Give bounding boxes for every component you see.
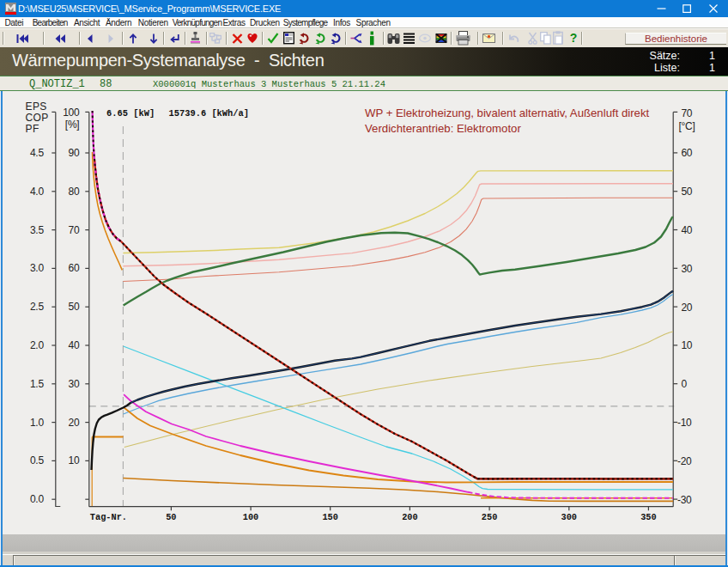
- svg-text:-10: -10: [677, 417, 692, 429]
- svg-text:10: 10: [682, 339, 693, 351]
- svg-text:COP: COP: [26, 112, 49, 124]
- svg-text:EPS: EPS: [26, 101, 47, 113]
- svg-text:1.0: 1.0: [30, 417, 44, 429]
- svg-text:70: 70: [682, 107, 693, 119]
- svg-text:50: 50: [682, 186, 693, 198]
- svg-text:80: 80: [69, 186, 80, 198]
- svg-text:Tag-Nr.: Tag-Nr.: [90, 512, 127, 522]
- svg-text:0.5: 0.5: [30, 454, 44, 466]
- svg-text:200: 200: [402, 512, 418, 522]
- svg-text:6.65 [kW]: 6.65 [kW]: [106, 108, 155, 119]
- svg-text:1.5: 1.5: [30, 378, 44, 390]
- svg-text:4.0: 4.0: [30, 186, 44, 198]
- svg-text:0: 0: [682, 378, 688, 390]
- svg-text:[%]: [%]: [65, 119, 79, 131]
- svg-text:20: 20: [69, 417, 80, 429]
- svg-text:350: 350: [640, 512, 657, 522]
- svg-text:30: 30: [682, 263, 693, 275]
- svg-text:-30: -30: [677, 494, 692, 506]
- svg-text:3.5: 3.5: [30, 224, 44, 236]
- svg-text:70: 70: [69, 224, 80, 236]
- svg-text:50: 50: [166, 512, 176, 522]
- svg-text:90: 90: [69, 147, 80, 159]
- svg-text:60: 60: [69, 262, 80, 274]
- svg-text:PF: PF: [26, 123, 39, 135]
- svg-text:15739.6 [kWh/a]: 15739.6 [kWh/a]: [169, 108, 250, 119]
- svg-text:3.0: 3.0: [30, 262, 44, 274]
- svg-text:300: 300: [561, 512, 577, 522]
- svg-text:WP + Elektroheizung, bivalent: WP + Elektroheizung, bivalent alternativ…: [365, 107, 650, 119]
- svg-text:20: 20: [682, 302, 693, 314]
- svg-text:40: 40: [682, 224, 693, 236]
- svg-text:50: 50: [69, 301, 80, 313]
- svg-text:150: 150: [322, 512, 338, 522]
- svg-text:30: 30: [69, 378, 80, 390]
- svg-text:40: 40: [69, 339, 80, 351]
- svg-text:2.0: 2.0: [30, 339, 44, 351]
- svg-text:100: 100: [63, 107, 80, 119]
- svg-text:100: 100: [243, 512, 259, 522]
- svg-text:Verdichterantrieb: Elektromoto: Verdichterantrieb: Elektromotor: [365, 122, 521, 135]
- svg-text:250: 250: [482, 512, 498, 522]
- svg-text:0.0: 0.0: [30, 493, 44, 505]
- svg-text:4.5: 4.5: [30, 147, 44, 159]
- svg-text:60: 60: [682, 147, 693, 159]
- svg-text:2.5: 2.5: [30, 301, 44, 313]
- svg-text:10: 10: [69, 454, 80, 466]
- svg-text:[°C]: [°C]: [679, 120, 695, 132]
- svg-text:-20: -20: [677, 455, 692, 467]
